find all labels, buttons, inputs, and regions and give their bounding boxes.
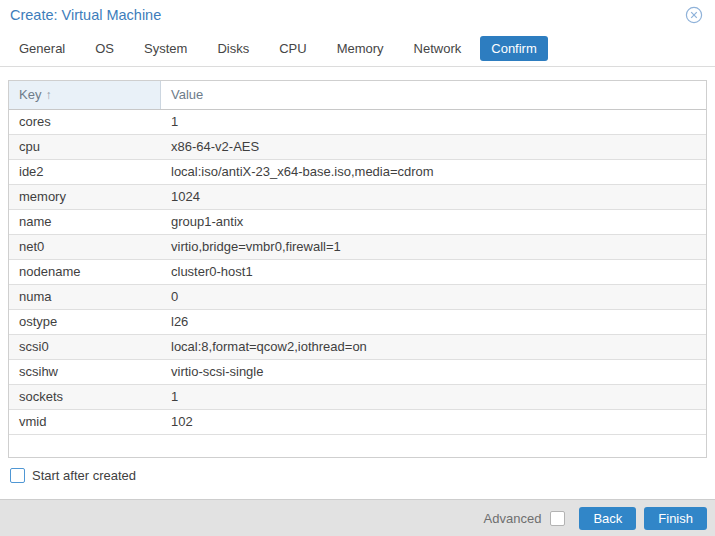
advanced-checkbox[interactable] bbox=[550, 511, 565, 526]
table-row[interactable]: cpux86-64-v2-AES bbox=[9, 135, 706, 160]
row-value: 1 bbox=[161, 385, 706, 409]
table-row[interactable]: memory1024 bbox=[9, 185, 706, 210]
row-value: virtio-scsi-single bbox=[161, 360, 706, 384]
tab-cpu[interactable]: CPU bbox=[268, 36, 317, 61]
table-row[interactable]: numa0 bbox=[9, 285, 706, 310]
row-value: local:8,format=qcow2,iothread=on bbox=[161, 335, 706, 359]
tab-network[interactable]: Network bbox=[403, 36, 473, 61]
row-value: virtio,bridge=vmbr0,firewall=1 bbox=[161, 235, 706, 259]
row-key: net0 bbox=[9, 235, 161, 259]
tab-general[interactable]: General bbox=[8, 36, 76, 61]
row-key: scsi0 bbox=[9, 335, 161, 359]
column-header-key[interactable]: Key↑ bbox=[9, 81, 161, 109]
row-key: vmid bbox=[9, 410, 161, 434]
advanced-label: Advanced bbox=[484, 511, 542, 526]
row-key: ostype bbox=[9, 310, 161, 334]
tab-system[interactable]: System bbox=[133, 36, 198, 61]
table-row[interactable]: ide2local:iso/antiX-23_x64-base.iso,medi… bbox=[9, 160, 706, 185]
column-header-key-label: Key bbox=[19, 87, 41, 102]
table-row[interactable]: cores1 bbox=[9, 110, 706, 135]
row-key: memory bbox=[9, 185, 161, 209]
table-body: cores1cpux86-64-v2-AESide2local:iso/anti… bbox=[9, 110, 706, 435]
close-icon[interactable] bbox=[685, 6, 703, 24]
start-after-created-checkbox[interactable] bbox=[10, 468, 25, 483]
column-header-value-label: Value bbox=[171, 87, 203, 102]
table-row[interactable]: nodenamecluster0-host1 bbox=[9, 260, 706, 285]
start-after-created-option[interactable]: Start after created bbox=[10, 468, 136, 483]
row-value: 1 bbox=[161, 110, 706, 134]
row-value: x86-64-v2-AES bbox=[161, 135, 706, 159]
window-titlebar: Create: Virtual Machine bbox=[0, 0, 715, 30]
back-button[interactable]: Back bbox=[579, 507, 636, 530]
tab-memory[interactable]: Memory bbox=[326, 36, 395, 61]
tab-disks[interactable]: Disks bbox=[206, 36, 260, 61]
table-row[interactable]: scsihwvirtio-scsi-single bbox=[9, 360, 706, 385]
table-row[interactable]: ostypel26 bbox=[9, 310, 706, 335]
row-key: sockets bbox=[9, 385, 161, 409]
table-row[interactable]: scsi0local:8,format=qcow2,iothread=on bbox=[9, 335, 706, 360]
table-row[interactable]: sockets1 bbox=[9, 385, 706, 410]
confirm-settings-table: Key↑ Value cores1cpux86-64-v2-AESide2loc… bbox=[8, 80, 707, 458]
footer-toolbar: Advanced Back Finish bbox=[0, 499, 715, 536]
row-value: 1024 bbox=[161, 185, 706, 209]
row-value: 0 bbox=[161, 285, 706, 309]
row-key: nodename bbox=[9, 260, 161, 284]
row-key: name bbox=[9, 210, 161, 234]
row-value: group1-antix bbox=[161, 210, 706, 234]
sort-ascending-icon: ↑ bbox=[45, 88, 51, 102]
table-row[interactable]: namegroup1-antix bbox=[9, 210, 706, 235]
row-value: local:iso/antiX-23_x64-base.iso,media=cd… bbox=[161, 160, 706, 184]
row-value: l26 bbox=[161, 310, 706, 334]
row-key: ide2 bbox=[9, 160, 161, 184]
window-title: Create: Virtual Machine bbox=[10, 7, 685, 23]
start-after-created-label: Start after created bbox=[32, 468, 136, 483]
row-key: scsihw bbox=[9, 360, 161, 384]
finish-button[interactable]: Finish bbox=[644, 507, 707, 530]
row-key: cores bbox=[9, 110, 161, 134]
row-value: cluster0-host1 bbox=[161, 260, 706, 284]
row-value: 102 bbox=[161, 410, 706, 434]
row-key: cpu bbox=[9, 135, 161, 159]
row-key: numa bbox=[9, 285, 161, 309]
table-row[interactable]: net0virtio,bridge=vmbr0,firewall=1 bbox=[9, 235, 706, 260]
column-header-value[interactable]: Value bbox=[161, 81, 706, 109]
table-header-row: Key↑ Value bbox=[9, 81, 706, 110]
tab-os[interactable]: OS bbox=[84, 36, 125, 61]
tab-bar: GeneralOSSystemDisksCPUMemoryNetworkConf… bbox=[0, 30, 715, 67]
table-row[interactable]: vmid102 bbox=[9, 410, 706, 435]
tab-confirm[interactable]: Confirm bbox=[480, 36, 548, 61]
